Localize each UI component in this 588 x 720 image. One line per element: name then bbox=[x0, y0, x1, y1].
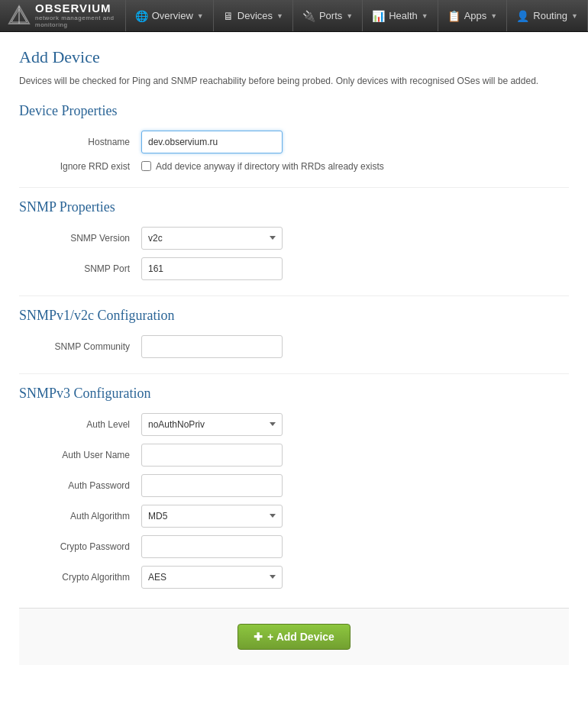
nav-item-health[interactable]: 📊 Health ▼ bbox=[363, 0, 438, 31]
add-device-button-icon: ✚ bbox=[254, 631, 263, 643]
routing-dropdown-icon: ▼ bbox=[571, 12, 578, 20]
device-properties-section: Device Properties Hostname Ignore RRD ex… bbox=[19, 103, 569, 172]
add-device-button[interactable]: ✚ + Add Device bbox=[237, 624, 351, 650]
brand-logo-icon bbox=[8, 4, 31, 28]
crypto-algorithm-label: Crypto Algorithm bbox=[19, 572, 141, 583]
crypto-algorithm-group: Crypto Algorithm AES DES bbox=[19, 566, 569, 589]
auth-password-input[interactable] bbox=[141, 474, 283, 497]
snmp-version-select[interactable]: v1 v2c v3 bbox=[141, 227, 283, 250]
brand-sub: network management and monitoring bbox=[35, 15, 118, 29]
divider-2 bbox=[19, 295, 569, 296]
ignore-rrd-checkbox-group: Add device anyway if directory with RRDs… bbox=[141, 161, 384, 172]
device-properties-title: Device Properties bbox=[19, 103, 569, 119]
snmp-port-input[interactable] bbox=[141, 257, 283, 280]
hostname-label: Hostname bbox=[19, 137, 141, 147]
snmpv1v2c-section: SNMPv1/v2c Configuration SNMP Community bbox=[19, 308, 569, 358]
auth-username-group: Auth User Name bbox=[19, 444, 569, 467]
snmp-community-label: SNMP Community bbox=[19, 341, 141, 352]
brand-name: OBSERVIUM bbox=[35, 2, 118, 15]
main-content: Add Device Devices will be checked for P… bbox=[0, 32, 588, 720]
health-icon: 📊 bbox=[372, 10, 385, 22]
devices-icon: 🖥 bbox=[223, 10, 234, 22]
crypto-password-label: Crypto Password bbox=[19, 541, 141, 552]
ports-dropdown-icon: ▼ bbox=[346, 12, 353, 20]
snmp-community-input[interactable] bbox=[141, 335, 283, 358]
auth-algorithm-select[interactable]: MD5 SHA bbox=[141, 505, 283, 528]
snmpv3-section: SNMPv3 Configuration Auth Level noAuthNo… bbox=[19, 386, 569, 589]
crypto-password-group: Crypto Password bbox=[19, 535, 569, 558]
auth-algorithm-group: Auth Algorithm MD5 SHA bbox=[19, 505, 569, 528]
snmp-properties-section: SNMP Properties SNMP Version v1 v2c v3 S… bbox=[19, 199, 569, 280]
apps-icon: 📋 bbox=[447, 10, 460, 22]
page-title: Add Device bbox=[19, 47, 569, 67]
crypto-algorithm-select[interactable]: AES DES bbox=[141, 566, 283, 589]
add-device-button-label: + Add Device bbox=[267, 631, 334, 643]
form-footer: ✚ + Add Device bbox=[19, 608, 569, 665]
snmp-version-group: SNMP Version v1 v2c v3 bbox=[19, 227, 569, 250]
nav-item-devices[interactable]: 🖥 Devices ▼ bbox=[214, 0, 293, 31]
brand-text: OBSERVIUM network management and monitor… bbox=[35, 2, 118, 28]
snmpv1v2c-title: SNMPv1/v2c Configuration bbox=[19, 308, 569, 324]
hostname-group: Hostname bbox=[19, 131, 569, 153]
auth-username-label: Auth User Name bbox=[19, 450, 141, 460]
nav-devices-label: Devices bbox=[237, 10, 273, 21]
snmp-port-label: SNMP Port bbox=[19, 263, 141, 274]
ignore-rrd-checkbox-label: Add device anyway if directory with RRDs… bbox=[156, 161, 384, 172]
devices-dropdown-icon: ▼ bbox=[276, 12, 283, 20]
nav-overview-label: Overview bbox=[152, 10, 193, 21]
hostname-input[interactable] bbox=[141, 131, 283, 153]
overview-icon: 🌐 bbox=[135, 10, 148, 22]
nav-item-overview[interactable]: 🌐 Overview ▼ bbox=[126, 0, 214, 31]
auth-level-group: Auth Level noAuthNoPriv authNoPriv authP… bbox=[19, 413, 569, 436]
info-text: Devices will be checked for Ping and SNM… bbox=[19, 75, 569, 88]
crypto-password-input[interactable] bbox=[141, 535, 283, 558]
divider-1 bbox=[19, 187, 569, 188]
snmp-port-group: SNMP Port bbox=[19, 257, 569, 280]
snmpv3-title: SNMPv3 Configuration bbox=[19, 386, 569, 402]
ports-icon: 🔌 bbox=[302, 10, 315, 22]
navbar: OBSERVIUM network management and monitor… bbox=[0, 0, 588, 32]
routing-icon: 👤 bbox=[516, 10, 529, 22]
snmp-properties-title: SNMP Properties bbox=[19, 199, 569, 215]
auth-password-group: Auth Password bbox=[19, 474, 569, 497]
nav-apps-label: Apps bbox=[464, 10, 487, 21]
health-dropdown-icon: ▼ bbox=[422, 12, 428, 20]
divider-3 bbox=[19, 373, 569, 374]
nav-ports-label: Ports bbox=[319, 10, 342, 21]
auth-level-select[interactable]: noAuthNoPriv authNoPriv authPriv bbox=[141, 413, 283, 436]
nav-item-apps[interactable]: 📋 Apps ▼ bbox=[438, 0, 508, 31]
snmp-community-group: SNMP Community bbox=[19, 335, 569, 358]
snmp-version-label: SNMP Version bbox=[19, 233, 141, 244]
nav-health-label: Health bbox=[389, 10, 418, 21]
nav-item-ports[interactable]: 🔌 Ports ▼ bbox=[293, 0, 363, 31]
ignore-rrd-group: Ignore RRD exist Add device anyway if di… bbox=[19, 161, 569, 172]
overview-dropdown-icon: ▼ bbox=[197, 12, 204, 20]
auth-algorithm-label: Auth Algorithm bbox=[19, 511, 141, 521]
auth-username-input[interactable] bbox=[141, 444, 283, 467]
ignore-rrd-checkbox[interactable] bbox=[141, 161, 151, 171]
apps-dropdown-icon: ▼ bbox=[490, 12, 497, 20]
nav-items: 🌐 Overview ▼ 🖥 Devices ▼ 🔌 Ports ▼ 📊 Hea… bbox=[126, 0, 588, 31]
brand[interactable]: OBSERVIUM network management and monitor… bbox=[0, 0, 126, 31]
ignore-rrd-label: Ignore RRD exist bbox=[19, 161, 141, 172]
nav-routing-label: Routing bbox=[533, 10, 567, 21]
auth-password-label: Auth Password bbox=[19, 480, 141, 491]
auth-level-label: Auth Level bbox=[19, 419, 141, 430]
nav-item-routing[interactable]: 👤 Routing ▼ bbox=[507, 0, 588, 31]
